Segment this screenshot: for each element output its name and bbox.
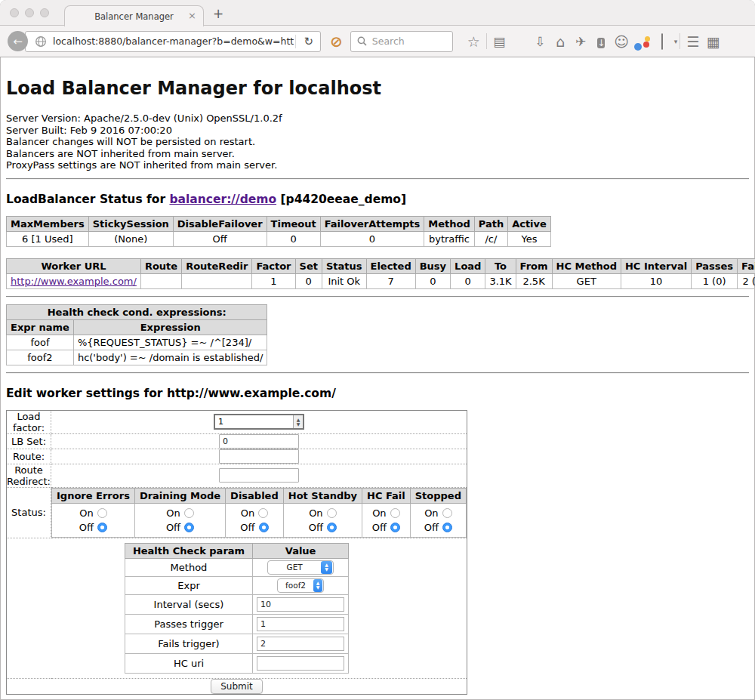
submit-button[interactable]: Submit xyxy=(211,679,263,694)
tab-bar: Balancer Manager × + xyxy=(0,0,755,26)
passes-trigger-input[interactable] xyxy=(257,617,344,631)
table-title-row: Health check cond. expressions: xyxy=(7,304,267,319)
form-row-load-factor: Load factor: ▲▼ xyxy=(7,410,467,433)
menu-hamburger-icon[interactable]: ☰ xyxy=(683,33,703,50)
balancer-status-table: MaxMembers StickySession DisableFailover… xyxy=(6,216,551,247)
expr-label: Expr xyxy=(125,576,252,594)
table-row: Fails trigger) xyxy=(125,634,348,653)
divider xyxy=(6,296,749,298)
health-check-expressions-table: Health check cond. expressions: Expr nam… xyxy=(6,304,267,365)
battery-addon-icon[interactable] xyxy=(652,34,673,49)
page-content: Load Balancer Manager for localhost Serv… xyxy=(0,57,755,700)
route-label: Route: xyxy=(7,449,51,464)
disabled-off-radio[interactable] xyxy=(259,523,269,532)
search-icon xyxy=(357,36,367,46)
interval-label: Interval (secs) xyxy=(125,594,252,614)
tab-groups-icon[interactable]: ▦ xyxy=(703,33,723,50)
site-identity-globe-icon[interactable] xyxy=(35,35,47,48)
persist-note-line: Balancer changes will NOT be persisted o… xyxy=(6,136,749,148)
feedback-smiley-icon[interactable]: ☺ xyxy=(612,33,632,50)
draining-mode-off-radio[interactable] xyxy=(184,523,194,532)
new-tab-button[interactable]: + xyxy=(213,6,223,21)
hot-standby-on-radio[interactable] xyxy=(327,508,337,518)
toolbar-divider xyxy=(680,33,680,49)
balancer-demo-link[interactable]: balancer://demo xyxy=(169,193,276,206)
hc-fail-off-radio[interactable] xyxy=(390,523,400,532)
route-input[interactable] xyxy=(219,449,299,464)
expr-select[interactable]: foof2 ▲▼ xyxy=(277,578,324,593)
send-to-device-icon[interactable]: ✈ xyxy=(571,34,591,49)
table-row: Method GET ▲▼ xyxy=(125,558,348,576)
adblock-disabled-icon[interactable]: ⊘ xyxy=(330,32,343,51)
divider xyxy=(6,178,749,180)
back-button[interactable]: ← xyxy=(8,31,28,51)
form-row-lb-set: LB Set: xyxy=(7,433,467,449)
draining-mode-on-radio[interactable] xyxy=(184,508,194,518)
page-title: Load Balancer Manager for localhost xyxy=(6,78,749,99)
table-row: On Off On Off On Off xyxy=(52,503,467,537)
method-select[interactable]: GET ▲▼ xyxy=(267,560,334,575)
status-radio-table: Ignore Errors Draining Mode Disabled Hot… xyxy=(51,488,467,538)
load-factor-label: Load factor: xyxy=(7,410,51,433)
window-controls xyxy=(10,8,49,17)
table-row: HC uri xyxy=(125,653,348,673)
balancers-note-line: Balancers are NOT inherited from main se… xyxy=(6,148,749,160)
fails-trigger-input[interactable] xyxy=(257,637,344,651)
zoom-window-button[interactable] xyxy=(40,8,49,17)
lb-set-label: LB Set: xyxy=(7,433,51,449)
browser-tab[interactable]: Balancer Manager × xyxy=(64,5,204,26)
table-row: 6 [1 Used] (None) Off 0 0 bytraffic /c/ … xyxy=(7,231,551,246)
passes-trigger-label: Passes trigger xyxy=(125,614,252,634)
table-header-row: Expr name Expression xyxy=(7,319,267,335)
ignore-errors-on-radio[interactable] xyxy=(97,508,107,518)
method-label: Method xyxy=(125,558,252,576)
form-row-health-check: Health Check param Value Method GET ▲▼ xyxy=(7,538,467,678)
lb-set-input[interactable] xyxy=(219,434,299,449)
hc-uri-label: HC uri xyxy=(125,653,252,673)
reload-icon[interactable]: ↻ xyxy=(297,35,320,48)
proxypass-note-line: ProxyPass settings are NOT inherited fro… xyxy=(6,159,749,171)
form-row-route: Route: xyxy=(7,449,467,464)
hot-standby-off-radio[interactable] xyxy=(327,523,337,532)
server-info: Server Version: Apache/2.5.0-dev (Unix) … xyxy=(6,113,749,171)
loadbalancer-status-heading: LoadBalancer Status for balancer://demo … xyxy=(6,193,749,206)
stopped-on-radio[interactable] xyxy=(442,508,452,518)
minimize-window-button[interactable] xyxy=(25,8,34,17)
tab-title: Balancer Manager xyxy=(94,11,174,22)
toolbar-buttons: ☆ ▤ ⇩ ⌂ ✈ ↓ ☺ ▾ ☰ ▦ xyxy=(464,33,724,50)
select-chevrons-icon: ▲▼ xyxy=(321,561,332,574)
divider xyxy=(6,372,749,374)
stopped-off-radio[interactable] xyxy=(442,523,452,532)
reading-list-icon[interactable]: ▤ xyxy=(489,34,510,49)
route-redirect-input[interactable] xyxy=(219,468,299,483)
health-check-param-table: Health Check param Value Method GET ▲▼ xyxy=(125,543,349,674)
table-row: Expr foof2 ▲▼ xyxy=(125,576,348,594)
search-bar[interactable]: Search xyxy=(350,31,453,52)
download-square-icon[interactable]: ↓ xyxy=(591,34,612,49)
home-icon[interactable]: ⌂ xyxy=(550,33,571,50)
interval-input[interactable] xyxy=(257,597,344,612)
url-bar[interactable]: localhost:8880/balancer-manager?b=demo&w… xyxy=(25,31,321,52)
close-window-button[interactable] xyxy=(10,8,19,17)
navigation-toolbar: ← localhost:8880/balancer-manager?b=demo… xyxy=(0,26,755,57)
load-factor-input[interactable]: ▲▼ xyxy=(214,414,304,430)
hc-fail-on-radio[interactable] xyxy=(390,508,400,518)
worker-url-link[interactable]: http://www.example.com/ xyxy=(11,276,137,287)
disabled-on-radio[interactable] xyxy=(258,508,268,518)
worker-status-table: Worker URL Route RouteRedir Factor Set S… xyxy=(6,258,755,289)
table-row: Interval (secs) xyxy=(125,594,348,614)
fails-trigger-label: Fails trigger) xyxy=(125,634,252,653)
url-text[interactable]: localhost:8880/balancer-manager?b=demo&w… xyxy=(53,35,294,47)
number-stepper-icon[interactable]: ▲▼ xyxy=(293,415,303,428)
hc-uri-input[interactable] xyxy=(257,656,344,671)
bookmark-star-icon[interactable]: ☆ xyxy=(464,33,484,50)
overflow-caret-icon[interactable]: ▾ xyxy=(674,38,678,45)
downloads-icon[interactable]: ⇩ xyxy=(530,34,550,49)
tab-close-icon[interactable]: × xyxy=(188,11,196,21)
table-row: Passes trigger xyxy=(125,614,348,634)
ignore-errors-off-radio[interactable] xyxy=(97,523,107,532)
table-header-row: Health Check param Value xyxy=(125,543,348,558)
form-row-route-redirect: Route Redirect: xyxy=(7,464,467,487)
status-label: Status: xyxy=(7,487,51,538)
edit-worker-form: Load factor: ▲▼ LB Set: Route: Route Red… xyxy=(6,410,467,695)
